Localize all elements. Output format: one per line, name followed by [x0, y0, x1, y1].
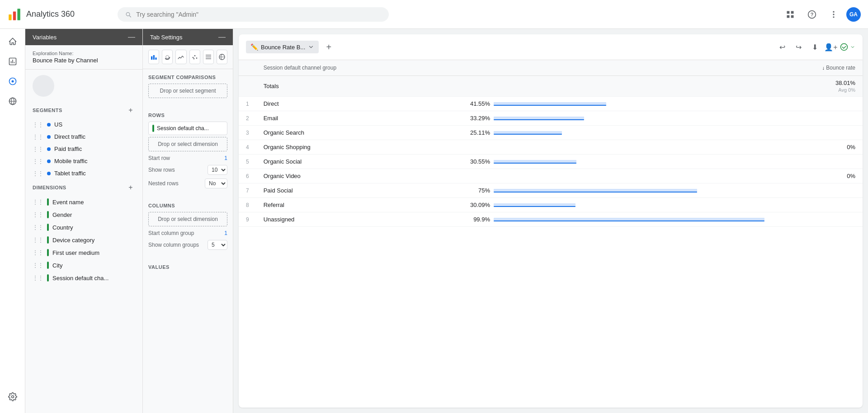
- tab-chart-line-icon-button[interactable]: [175, 50, 186, 64]
- publish-dropdown-icon: [850, 44, 855, 50]
- svg-point-14: [11, 80, 14, 83]
- tab-scatter-icon-button[interactable]: [189, 50, 200, 64]
- row-number: 6: [239, 169, 256, 183]
- search-input[interactable]: [136, 11, 382, 18]
- segment-item-label: Direct traffic: [54, 133, 85, 140]
- table-row[interactable]: 1 Direct 41.55%: [239, 97, 863, 111]
- show-rows-select[interactable]: 102550: [208, 165, 227, 175]
- donut-chart-icon: [164, 53, 171, 61]
- main-layout: Variables — Exploration Name: Bounce Rat…: [0, 29, 868, 413]
- sidebar-item-advertising[interactable]: [4, 92, 22, 110]
- values-section: VALUES: [143, 259, 233, 279]
- undo-button[interactable]: ↩: [775, 40, 789, 54]
- dimension-item[interactable]: ⋮⋮ First user medium: [25, 246, 142, 259]
- search-icon: [125, 11, 132, 18]
- metric-cell: 25.11%: [365, 126, 863, 140]
- show-column-groups-select[interactable]: 51015: [208, 240, 227, 250]
- dimension-item[interactable]: ⋮⋮ Session default cha...: [25, 272, 142, 284]
- drop-dimension-col-zone[interactable]: Drop or select dimension: [148, 212, 227, 226]
- dimension-item[interactable]: ⋮⋮ Gender: [25, 208, 142, 221]
- more-vert-icon-button[interactable]: [825, 5, 843, 23]
- col-channel-header[interactable]: Session default channel group: [256, 60, 365, 76]
- dimension-item-label: Event name: [52, 199, 84, 206]
- bar-value: 99.9%: [473, 216, 490, 223]
- dimension-item-label: Session default cha...: [52, 275, 108, 282]
- metric-cell: 30.55%: [365, 155, 863, 169]
- search-bar[interactable]: [118, 7, 389, 22]
- dimension-item[interactable]: ⋮⋮ City: [25, 259, 142, 272]
- drop-dimension-zone[interactable]: Drop or select dimension: [148, 137, 227, 151]
- bar-value: 30.09%: [470, 202, 490, 208]
- report-tab[interactable]: ✏️ Bounce Rate B...: [246, 41, 319, 53]
- report-actions: ↩ ↪ ⬇ 👤+: [775, 40, 855, 54]
- add-segment-button[interactable]: +: [126, 106, 135, 115]
- totals-bar-cell: 38.01% Avg 0%: [372, 80, 855, 93]
- segment-item[interactable]: ⋮⋮ Direct traffic: [25, 131, 142, 143]
- table-row[interactable]: 4 Organic Shopping 0%: [239, 140, 863, 155]
- tab-world-icon-button[interactable]: [217, 50, 227, 64]
- explore-icon: [8, 77, 17, 86]
- segment-item[interactable]: ⋮⋮ US: [25, 118, 142, 131]
- dimension-item[interactable]: ⋮⋮ Country: [25, 221, 142, 234]
- channel-cell: Unassigned: [256, 212, 365, 227]
- segment-item[interactable]: ⋮⋮ Paid traffic: [25, 143, 142, 155]
- redo-button[interactable]: ↪: [791, 40, 806, 54]
- table-row[interactable]: 7 Paid Social 75%: [239, 183, 863, 198]
- top-navigation: Analytics 360 ? GA: [0, 0, 868, 29]
- report-header: ✏️ Bounce Rate B... + ↩ ↪ ⬇ 👤+: [239, 34, 863, 60]
- variables-panel-title: Variables: [33, 34, 57, 41]
- sidebar-item-reports[interactable]: [4, 52, 22, 70]
- svg-rect-2: [17, 9, 20, 20]
- app-title: Analytics 360: [26, 9, 75, 19]
- metric-cell: 0%: [365, 140, 863, 155]
- download-button[interactable]: ⬇: [807, 40, 822, 54]
- dimension-item[interactable]: ⋮⋮ Event name: [25, 196, 142, 208]
- channel-cell: Organic Social: [256, 155, 365, 169]
- add-dimension-button[interactable]: +: [126, 183, 135, 192]
- drag-handle-icon: ⋮⋮: [33, 146, 43, 152]
- row-number: 2: [239, 111, 256, 126]
- table-row[interactable]: 6 Organic Video 0%: [239, 169, 863, 183]
- totals-value: 38.01%: [835, 80, 855, 86]
- nested-rows-select[interactable]: NoYes: [205, 178, 227, 188]
- show-rows-label: Show rows: [148, 167, 175, 173]
- share-button[interactable]: 👤+: [824, 40, 838, 54]
- segment-item[interactable]: ⋮⋮ Mobile traffic: [25, 155, 142, 167]
- bar-value: 0%: [847, 173, 855, 179]
- tab-chart-donut-icon-button[interactable]: [162, 50, 173, 64]
- bar-value: 41.55%: [470, 100, 490, 107]
- tab-list-icon-button[interactable]: [203, 50, 214, 64]
- bar-chart-icon: [150, 53, 157, 61]
- sidebar-item-settings[interactable]: [4, 388, 22, 406]
- grid-icon-button[interactable]: [781, 5, 799, 23]
- table-row[interactable]: 2 Email 33.29%: [239, 111, 863, 126]
- avatar[interactable]: GA: [846, 7, 861, 22]
- publish-button[interactable]: [840, 43, 855, 51]
- show-rows-setting: Show rows 102550: [148, 165, 227, 175]
- dimension-item[interactable]: ⋮⋮ Device category: [25, 234, 142, 246]
- table-row[interactable]: 8 Referral 30.09%: [239, 198, 863, 212]
- table-row[interactable]: 5 Organic Social 30.55%: [239, 155, 863, 169]
- tab-settings-panel-collapse-button[interactable]: —: [218, 33, 226, 41]
- add-tab-button[interactable]: +: [322, 41, 335, 53]
- segment-item[interactable]: ⋮⋮ Tablet traffic: [25, 167, 142, 179]
- active-row-dimension[interactable]: Session default cha...: [148, 122, 227, 135]
- channel-cell: Paid Social: [256, 183, 365, 198]
- exploration-name-section: Exploration Name: Bounce Rate by Channel: [25, 45, 142, 70]
- bar-cell: 33.29%: [372, 115, 855, 122]
- sidebar-item-home[interactable]: [4, 33, 22, 51]
- drag-handle-icon: ⋮⋮: [33, 170, 43, 177]
- svg-point-30: [841, 44, 848, 51]
- table-row[interactable]: 3 Organic Search 25.11%: [239, 126, 863, 140]
- segments-section-header: SEGMENTS +: [25, 102, 142, 118]
- drop-segment-zone[interactable]: Drop or select segment: [148, 84, 227, 98]
- table-row[interactable]: 9 Unassigned 99.9%: [239, 212, 863, 227]
- col-bounce-rate-header[interactable]: ↓ Bounce rate: [365, 60, 863, 76]
- segment-dot: [47, 172, 51, 175]
- bar-fill: [494, 160, 576, 164]
- tab-chart-bar-icon-button[interactable]: [148, 50, 159, 64]
- bar-cell: 30.55%: [372, 158, 855, 165]
- help-icon-button[interactable]: ?: [803, 5, 821, 23]
- variables-panel-collapse-button[interactable]: —: [128, 33, 135, 41]
- sidebar-item-explore[interactable]: [4, 72, 22, 90]
